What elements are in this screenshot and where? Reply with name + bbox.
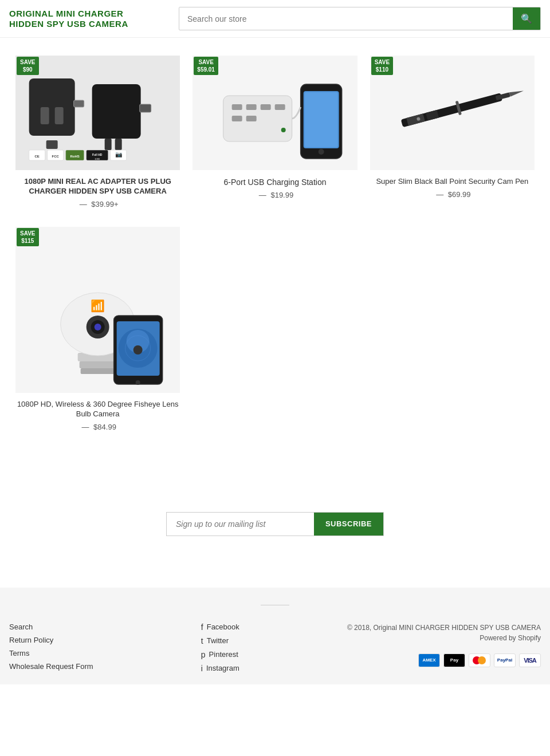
search-bar: 🔍: [179, 7, 541, 30]
mailing-section: SUBSCRIBE: [0, 495, 550, 553]
product-grid-row1: SAVE$90: [9, 49, 541, 215]
svg-point-27: [281, 128, 286, 132]
svg-rect-5: [92, 84, 141, 139]
charger-svg: CE FCC RoHS Full HD 1080 📷: [15, 56, 180, 170]
product-card-3[interactable]: SAVE$110 Super S: [364, 49, 541, 215]
svg-text:📷: 📷: [115, 151, 123, 158]
svg-text:📶: 📶: [91, 299, 105, 313]
svg-rect-7: [115, 139, 122, 150]
product-image-4: 📶: [15, 227, 180, 393]
svg-rect-36: [426, 110, 439, 121]
payment-visa: VISA: [519, 653, 541, 667]
svg-rect-35: [406, 113, 425, 125]
product-title-3: Super Slim Black Ball Point Security Cam…: [370, 177, 535, 187]
product-price-2: $19.99: [270, 191, 293, 199]
search-button[interactable]: 🔍: [513, 7, 540, 30]
product-title-4: 1080P HD, Wireless & 360 Degree Fisheye …: [15, 400, 180, 419]
footer-social-col: f Facebook t Twitter p Pinterest i Insta…: [201, 623, 239, 673]
svg-rect-4: [74, 100, 84, 107]
svg-text:RoHS: RoHS: [70, 155, 79, 158]
save-badge-1: SAVE$90: [17, 57, 39, 75]
footer-links-col: Search Return Policy Terms Wholesale Req…: [9, 623, 93, 673]
footer-link-wholesale[interactable]: Wholesale Request Form: [9, 662, 93, 671]
search-input[interactable]: [179, 9, 513, 29]
footer-copyright: © 2018, Original MINI CHARGER HIDDEN SPY…: [347, 623, 541, 643]
header: ORIGINAL MINI CHARGER HIDDEN SPY USB CAM…: [0, 0, 550, 38]
payment-icons: AMEX Pay PayPal VISA: [347, 653, 541, 667]
footer-social-facebook[interactable]: f Facebook: [201, 623, 239, 632]
product-title-1: 1080P MINI REAL AC ADAPTER US PLUG CHARG…: [15, 177, 180, 196]
product-title-2: 6-Port USB Charging Station: [192, 177, 357, 187]
product-card-2[interactable]: SAVE$59.01: [186, 49, 363, 215]
pen-svg: [370, 56, 535, 170]
instagram-icon: i: [201, 664, 203, 673]
footer-link-terms[interactable]: Terms: [9, 649, 93, 657]
svg-point-51: [133, 345, 143, 355]
footer-social-twitter[interactable]: t Twitter: [201, 636, 239, 645]
footer-link-return-policy[interactable]: Return Policy: [9, 636, 93, 644]
svg-rect-33: [495, 92, 510, 100]
mailing-input[interactable]: [167, 513, 314, 536]
product-image-3: [370, 56, 535, 170]
save-badge-2: SAVE$59.01: [194, 57, 218, 75]
subscribe-button[interactable]: SUBSCRIBE: [314, 513, 383, 536]
save-badge-4: SAVE$115: [17, 228, 39, 246]
svg-rect-22: [246, 104, 257, 110]
svg-text:1080: 1080: [95, 158, 100, 160]
svg-marker-34: [509, 89, 524, 97]
svg-rect-6: [105, 139, 112, 150]
product-card-4[interactable]: SAVE$115 📶: [9, 220, 186, 438]
svg-rect-8: [140, 104, 151, 112]
footer-link-search[interactable]: Search: [9, 623, 93, 631]
empty-cell-1: [186, 220, 363, 438]
payment-amex: AMEX: [418, 653, 440, 667]
product-price-row-2: — $19.99: [192, 191, 357, 199]
mailing-box: SUBSCRIBE: [166, 512, 384, 536]
logo-line1: ORIGINAL MINI CHARGER: [9, 9, 123, 18]
product-price-row-1: — $39.99+: [15, 200, 180, 208]
svg-rect-0: [29, 78, 75, 136]
site-logo[interactable]: ORIGINAL MINI CHARGER HIDDEN SPY USB CAM…: [9, 9, 170, 29]
payment-applepay: Pay: [443, 653, 465, 667]
footer-social-instagram[interactable]: i Instagram: [201, 664, 239, 673]
search-icon: 🔍: [521, 14, 532, 23]
svg-rect-26: [246, 116, 257, 121]
product-grid-row2: SAVE$115 📶: [9, 220, 541, 438]
empty-cell-2: [364, 220, 541, 438]
svg-rect-3: [46, 140, 58, 149]
svg-point-31: [319, 149, 324, 155]
twitter-icon: t: [201, 636, 203, 645]
product-price-row-4: — $84.99: [15, 423, 180, 431]
logo-line2: HIDDEN SPY USB CAMERA: [9, 19, 128, 29]
svg-text:FCC: FCC: [52, 155, 59, 158]
svg-rect-21: [232, 104, 242, 110]
svg-text:CE: CE: [34, 155, 39, 158]
svg-point-52: [136, 380, 140, 385]
svg-text:Full HD: Full HD: [92, 153, 103, 156]
product-price-1: $39.99+: [91, 200, 118, 208]
footer-right-col: © 2018, Original MINI CHARGER HIDDEN SPY…: [347, 623, 541, 673]
product-card-1[interactable]: SAVE$90: [9, 49, 186, 215]
product-price-4: $84.99: [93, 423, 116, 431]
svg-rect-2: [55, 107, 64, 124]
products-section: SAVE$90: [0, 38, 550, 449]
facebook-icon: f: [201, 623, 203, 632]
footer-divider: [261, 605, 289, 605]
footer-columns: Search Return Policy Terms Wholesale Req…: [9, 623, 541, 673]
svg-rect-24: [275, 104, 285, 110]
footer: Search Return Policy Terms Wholesale Req…: [0, 588, 550, 684]
pinterest-icon: p: [201, 650, 206, 659]
svg-rect-30: [305, 92, 338, 147]
svg-rect-23: [261, 104, 271, 110]
svg-rect-41: [81, 368, 115, 374]
footer-social-pinterest[interactable]: p Pinterest: [201, 650, 239, 659]
payment-paypal: PayPal: [494, 653, 516, 667]
save-badge-3: SAVE$110: [371, 57, 394, 75]
svg-rect-25: [232, 116, 242, 121]
svg-rect-1: [41, 107, 49, 124]
payment-mastercard: [469, 653, 490, 667]
product-price-row-3: — $69.99: [370, 190, 535, 199]
svg-point-46: [95, 324, 101, 330]
subscribe-label: SUBSCRIBE: [325, 519, 372, 528]
svg-rect-40: [80, 361, 116, 368]
